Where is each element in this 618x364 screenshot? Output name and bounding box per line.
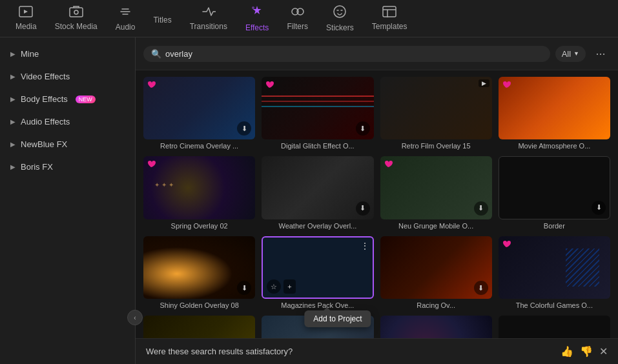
sidebar-item-label-boris-fx: Boris FX bbox=[21, 162, 53, 172]
sidebar: ▶Mine▶Video Effects▶Body EffectsNEW▶Audi… bbox=[0, 37, 136, 364]
toolbar-label-filters: Filters bbox=[287, 22, 308, 31]
grid-item-light-effect[interactable]: ⬇Light Effect 05 bbox=[143, 316, 255, 338]
sidebar-item-newblue-fx[interactable]: ▶NewBlue FX bbox=[0, 133, 135, 156]
media-icon bbox=[19, 6, 33, 19]
download-icon[interactable]: ⬇ bbox=[356, 201, 370, 216]
chevron-icon: ▶ bbox=[10, 73, 15, 80]
thumbnail-urban-bokeh: ⬇ bbox=[380, 316, 492, 338]
satisfaction-actions: 👍 👎 ✕ bbox=[561, 345, 608, 358]
search-input[interactable] bbox=[165, 49, 542, 59]
grid-item-retro-cinema[interactable]: ⬇Retro Cinema Overlay ... bbox=[143, 77, 255, 150]
grid-item-label-racing: Racing Ov... bbox=[380, 301, 492, 309]
grid-item-label-neu-grunge: Neu Grunge Mobile O... bbox=[380, 222, 492, 230]
thumbnail-old-video: ⬇ bbox=[499, 316, 610, 338]
search-input-wrap: 🔍 bbox=[143, 46, 550, 62]
toolbar-item-templates[interactable]: Templates bbox=[363, 2, 417, 35]
thumbnail-retro-cinema: ⬇ bbox=[143, 77, 255, 139]
sidebar-item-video-effects[interactable]: ▶Video Effects bbox=[0, 65, 135, 88]
download-icon[interactable]: ⬇ bbox=[237, 121, 251, 136]
grid-item-colorful-games[interactable]: The Colorful Games O... bbox=[499, 236, 610, 309]
satisfaction-bar: Were these search results satisfactory? … bbox=[136, 338, 618, 364]
thumbnail-weather: ⬇ bbox=[262, 156, 373, 219]
toolbar-item-stickers[interactable]: Stickers bbox=[317, 1, 363, 36]
download-icon[interactable]: ⬇ bbox=[474, 201, 488, 216]
effects-icon bbox=[250, 5, 264, 21]
sidebar-item-audio-effects[interactable]: ▶Audio Effects bbox=[0, 110, 135, 133]
grid-item-racing[interactable]: ⬇Racing Ov... bbox=[380, 236, 492, 309]
grid-item-label-spring: Spring Overlay 02 bbox=[143, 222, 255, 230]
effects-grid: ⬇Retro Cinema Overlay ...⬇Digital Glitch… bbox=[143, 77, 610, 338]
thumbnail-movie-atm bbox=[499, 77, 610, 139]
grid-item-label-weather: Weather Overlay Overl... bbox=[262, 222, 373, 230]
toolbar-item-filters[interactable]: Filters bbox=[278, 2, 317, 35]
grid-item-label-shiny-golden: Shiny Golden Overlay 08 bbox=[143, 301, 255, 309]
toolbar-label-media: Media bbox=[15, 22, 37, 31]
grid-item-magazines[interactable]: ☆+⋮Add to ProjectMagazines Pack Ove... bbox=[262, 236, 373, 309]
new-badge: NEW bbox=[76, 96, 96, 103]
grid-item-label-border: Border bbox=[499, 222, 610, 230]
grid-item-neu-grunge[interactable]: ⬇Neu Grunge Mobile O... bbox=[380, 156, 492, 229]
toolbar-item-audio[interactable]: Audio bbox=[107, 1, 145, 35]
favorite-icon bbox=[384, 159, 393, 170]
toolbar-item-media[interactable]: Media bbox=[6, 2, 46, 35]
add-action-button[interactable]: + bbox=[283, 279, 295, 294]
toolbar-item-transitions[interactable]: Transitions bbox=[181, 2, 236, 35]
grid-item-border[interactable]: ⬇Border bbox=[499, 156, 610, 229]
grid-item-digital-glitch[interactable]: ⬇Digital Glitch Effect O... bbox=[262, 77, 373, 150]
toolbar: MediaStock MediaAudioTitlesTransitionsEf… bbox=[0, 0, 618, 37]
grid-item-retro-film[interactable]: ▶Retro Film Overlay 15 bbox=[380, 77, 492, 150]
thumbnail-digital-glitch: ⬇ bbox=[262, 77, 373, 139]
toolbar-label-transitions: Transitions bbox=[190, 22, 227, 31]
grid-item-movie-atm[interactable]: Movie Atmosphere O... bbox=[499, 77, 610, 150]
audio-icon bbox=[118, 5, 132, 20]
favorite-icon bbox=[265, 80, 274, 91]
thumbnail-racing: ⬇ bbox=[380, 236, 492, 299]
favorite-icon bbox=[147, 80, 156, 91]
play-indicator: ▶ bbox=[479, 79, 489, 87]
grid-item-weather[interactable]: ⬇Weather Overlay Overl... bbox=[262, 156, 373, 229]
sidebar-item-label-mine: Mine bbox=[21, 49, 39, 59]
grid-item-label-retro-film: Retro Film Overlay 15 bbox=[380, 142, 492, 150]
sidebar-item-label-body-effects: Body Effects bbox=[21, 94, 68, 104]
toolbar-label-stock: Stock Media bbox=[55, 22, 98, 31]
more-options-button[interactable]: ··· bbox=[591, 44, 610, 63]
download-icon[interactable]: ⬇ bbox=[356, 121, 370, 136]
sidebar-collapse-button[interactable]: ‹ bbox=[127, 310, 143, 325]
download-icon[interactable]: ⬇ bbox=[474, 281, 488, 295]
grid-item-old-video[interactable]: ⬇Old video bbox=[499, 316, 610, 338]
star-action-button[interactable]: ☆ bbox=[267, 279, 281, 294]
main-layout: ▶Mine▶Video Effects▶Body EffectsNEW▶Audi… bbox=[0, 37, 618, 364]
toolbar-label-audio: Audio bbox=[116, 23, 136, 32]
effects-grid-area: ⬇Retro Cinema Overlay ...⬇Digital Glitch… bbox=[136, 70, 618, 338]
download-icon[interactable]: ⬇ bbox=[237, 281, 251, 295]
search-icon: 🔍 bbox=[151, 49, 161, 59]
favorite-icon bbox=[502, 239, 511, 250]
filter-dropdown[interactable]: All ▼ bbox=[555, 46, 586, 62]
toolbar-label-titles: Titles bbox=[153, 15, 171, 25]
satisfaction-close-button[interactable]: ✕ bbox=[599, 345, 608, 358]
chevron-icon: ▶ bbox=[10, 96, 15, 103]
toolbar-item-effects[interactable]: Effects bbox=[236, 1, 278, 36]
transitions-icon bbox=[201, 6, 216, 19]
download-icon[interactable]: ⬇ bbox=[592, 201, 606, 215]
sidebar-item-body-effects[interactable]: ▶Body EffectsNEW bbox=[0, 88, 135, 110]
toolbar-item-titles[interactable]: Titles bbox=[144, 9, 180, 28]
toolbar-label-stickers: Stickers bbox=[326, 23, 354, 32]
thumbs-down-button[interactable]: 👎 bbox=[580, 345, 593, 358]
sidebar-item-label-newblue-fx: NewBlue FX bbox=[21, 139, 67, 149]
item-menu-button[interactable]: ⋮ bbox=[360, 241, 369, 251]
grid-item-urban-bokeh[interactable]: ⬇Urban Bokeh bbox=[380, 316, 492, 338]
grid-item-shiny-golden[interactable]: ⬇Shiny Golden Overlay 08 bbox=[143, 236, 255, 309]
item-action-buttons: ☆+ bbox=[267, 279, 295, 294]
grid-item-label-colorful-games: The Colorful Games O... bbox=[499, 301, 610, 309]
sidebar-item-boris-fx[interactable]: ▶Boris FX bbox=[0, 156, 135, 178]
templates-icon bbox=[382, 6, 397, 19]
sidebar-item-label-audio-effects: Audio Effects bbox=[21, 117, 70, 126]
favorite-icon bbox=[147, 159, 156, 170]
grid-item-spring[interactable]: Spring Overlay 02 bbox=[143, 156, 255, 229]
add-to-project-label[interactable]: Add to Project bbox=[313, 314, 362, 323]
thumbs-up-button[interactable]: 👍 bbox=[561, 345, 573, 358]
toolbar-item-stock[interactable]: Stock Media bbox=[46, 2, 107, 35]
sidebar-item-mine[interactable]: ▶Mine bbox=[0, 43, 135, 65]
chevron-icon: ▶ bbox=[10, 163, 15, 170]
